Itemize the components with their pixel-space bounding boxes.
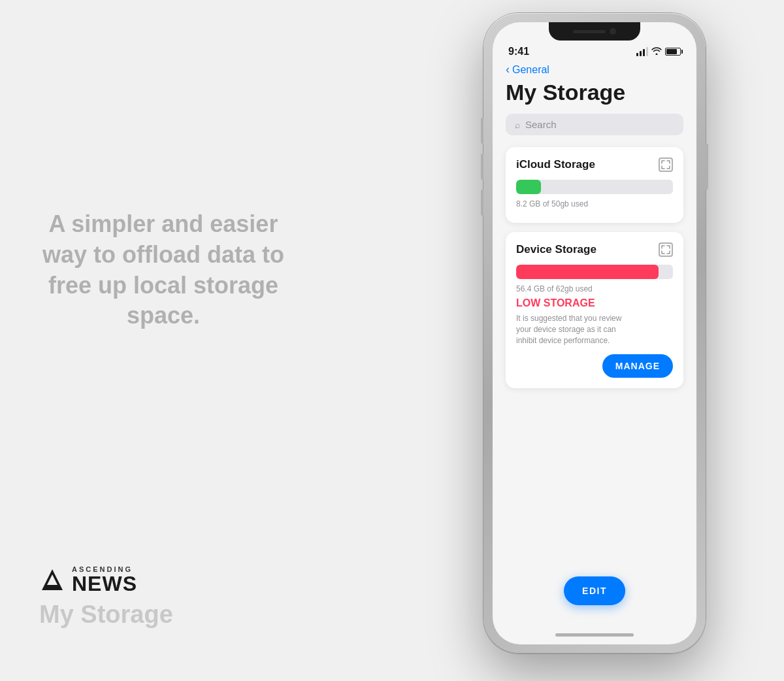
tagline-text: A simpler and easier way to offload data… [39, 209, 287, 331]
signal-bar-2 [640, 51, 642, 56]
brand-mountain-icon [39, 567, 65, 593]
manage-button[interactable]: MANAGE [602, 354, 673, 378]
device-progress-fill [516, 265, 659, 279]
device-storage-detail: 56.4 GB of 62gb used [516, 284, 673, 293]
low-storage-badge: LOW STORAGE [516, 297, 673, 309]
search-placeholder: Search [525, 119, 557, 130]
notch-speaker [573, 30, 606, 33]
back-chevron-icon: ‹ [506, 63, 510, 76]
left-panel: A simpler and easier way to offload data… [39, 209, 287, 331]
phone-notch [549, 22, 640, 41]
back-navigation[interactable]: ‹ General [506, 63, 683, 76]
notch-camera [610, 28, 616, 35]
screen-content: ‹ General My Storage ⌕ Search iCloud Sto… [493, 58, 696, 410]
brand-name-group: ASCENDING NEWS [72, 565, 137, 594]
branding-section: ASCENDING NEWS My Storage [39, 565, 173, 629]
brand-news-label: NEWS [72, 573, 137, 594]
wifi-icon [651, 47, 662, 57]
phone-mockup: 9:41 [483, 13, 706, 654]
status-icons [636, 47, 681, 57]
edit-fab-button[interactable]: EDIT [564, 576, 625, 605]
card-footer: It is suggested that you review your dev… [516, 313, 673, 377]
icloud-card-title: iCloud Storage [516, 158, 595, 171]
search-bar[interactable]: ⌕ Search [506, 114, 683, 135]
phone-outer-frame: 9:41 [483, 13, 706, 654]
battery-fill [666, 49, 677, 54]
phone-inner-screen: 9:41 [493, 22, 696, 644]
low-storage-description: It is suggested that you review your dev… [516, 313, 634, 346]
search-icon: ⌕ [515, 120, 520, 130]
signal-icon [636, 47, 648, 56]
device-card-title: Device Storage [516, 243, 596, 256]
device-card-header: Device Storage [516, 242, 673, 257]
signal-bar-3 [643, 49, 645, 56]
device-expand-icon[interactable] [659, 242, 673, 257]
icloud-card-header: iCloud Storage [516, 158, 673, 172]
icloud-progress-fill [516, 180, 541, 194]
icloud-progress-track [516, 180, 673, 194]
device-storage-card: Device Storage 56.4 GB of 62gb used LOW … [506, 232, 683, 388]
brand-logo: ASCENDING NEWS [39, 565, 137, 594]
signal-bar-1 [636, 53, 638, 56]
battery-icon [665, 48, 681, 56]
device-progress-track [516, 265, 673, 279]
icloud-storage-detail: 8.2 GB of 50gb used [516, 199, 673, 208]
back-nav-label[interactable]: General [512, 64, 549, 76]
icloud-storage-card: iCloud Storage 8.2 GB of 50gb used [506, 147, 683, 223]
status-time: 9:41 [508, 46, 529, 58]
page-title: My Storage [506, 80, 683, 105]
brand-subtitle: My Storage [39, 601, 173, 629]
home-indicator [555, 633, 634, 637]
icloud-expand-icon[interactable] [659, 158, 673, 172]
signal-bar-4 [646, 47, 648, 56]
